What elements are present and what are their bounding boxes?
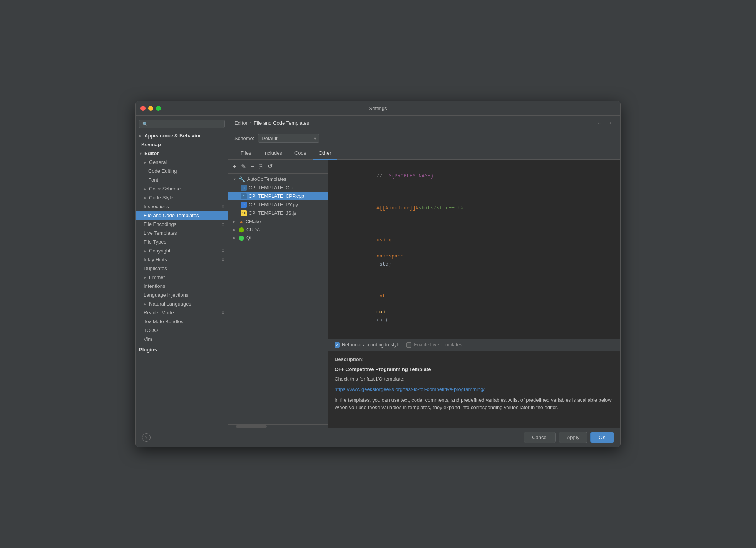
sidebar-item-copyright[interactable]: ▶ Copyright ⚙: [136, 246, 228, 255]
live-templates-checkbox-item[interactable]: Enable Live Templates: [406, 342, 462, 348]
code-int: int: [376, 293, 385, 299]
sidebar-item-code-editing[interactable]: Code Editing: [136, 167, 228, 175]
tree-item-cp-c[interactable]: C CP_TEMPLATE_C.c: [228, 184, 328, 192]
sidebar-item-vim[interactable]: Vim: [136, 335, 228, 344]
code-line-7: int main () {: [328, 284, 620, 332]
sidebar-item-inspections[interactable]: Inspections ⚙: [136, 202, 228, 211]
search-icon: 🔍: [142, 122, 148, 127]
cancel-button[interactable]: Cancel: [524, 432, 555, 443]
tree-scrollbar-thumb: [236, 425, 267, 428]
close-button[interactable]: [140, 106, 146, 111]
tab-other[interactable]: Other: [313, 147, 338, 160]
sidebar-item-file-code-templates[interactable]: File and Code Templates: [136, 211, 228, 220]
add-template-button[interactable]: +: [231, 162, 238, 171]
cuda-group-label: CUDA: [246, 227, 260, 232]
settings-icon-inspections: ⚙: [221, 204, 225, 209]
tab-includes[interactable]: Includes: [257, 147, 288, 160]
tree-group-cmake[interactable]: ▶ ▲ CMake: [228, 217, 328, 226]
scheme-select-wrapper: Default Project: [258, 134, 319, 143]
edit-template-button[interactable]: ✎: [239, 162, 248, 171]
traffic-lights: [140, 106, 161, 111]
sidebar-item-file-types[interactable]: File Types: [136, 237, 228, 246]
settings-icon-inlay: ⚙: [221, 257, 225, 262]
tab-code[interactable]: Code: [288, 147, 313, 160]
sidebar-item-font[interactable]: Font: [136, 175, 228, 184]
chevron-right-icon-general: ▶: [144, 160, 147, 164]
sidebar-item-keymap[interactable]: Keymap: [136, 140, 228, 149]
code-space1: [376, 245, 380, 251]
sidebar-item-todo[interactable]: TODO: [136, 326, 228, 335]
tab-files[interactable]: Files: [234, 147, 257, 160]
code-comment: //: [376, 173, 388, 179]
chevron-right-cmake: ▶: [233, 220, 237, 224]
sidebar-item-code-style[interactable]: ▶ Code Style: [136, 193, 228, 202]
apply-button[interactable]: Apply: [559, 432, 588, 443]
code-line-3: #[[#include]]#<bits/stdc++.h>: [328, 196, 620, 220]
description-area: Description: C++ Competitive Programming…: [328, 351, 620, 428]
sidebar-item-inlay-hints[interactable]: Inlay Hints ⚙: [136, 255, 228, 264]
scheme-select[interactable]: Default Project: [258, 134, 319, 143]
chevron-right-icon-emmet: ▶: [144, 276, 147, 279]
code-editor-panel: // ${PROBLEM_NAME} #[[#include]]#<bits/s…: [328, 160, 620, 428]
sidebar-item-general[interactable]: ▶ General: [136, 158, 228, 167]
sidebar-item-emmet[interactable]: ▶ Emmet: [136, 273, 228, 282]
tree-item-cp-js[interactable]: JS CP_TEMPLATE_JS.js: [228, 209, 328, 217]
dialog-footer: ? Cancel Apply OK: [136, 428, 620, 447]
code-line-1: // ${PROBLEM_NAME}: [328, 164, 620, 188]
ok-button[interactable]: OK: [590, 432, 614, 443]
sidebar-item-color-scheme[interactable]: ▶ Color Scheme: [136, 184, 228, 193]
sidebar-item-textmate[interactable]: TextMate Bundles: [136, 317, 228, 326]
code-std: std;: [376, 261, 391, 267]
code-line-4: [328, 221, 620, 229]
cuda-group-icon: ⬤: [239, 227, 244, 232]
tree-item-cp-cpp[interactable]: C CP_TEMPLATE_CPP.cpp: [228, 192, 328, 200]
live-templates-checkbox[interactable]: [406, 342, 411, 348]
tree-horizontal-scrollbar: [228, 424, 328, 428]
description-title: C++ Competitive Programming Template: [335, 366, 614, 372]
tree-content: ▼ 🔧 AutoCp Templates C CP_TEMPLATE_C.c C: [228, 174, 328, 424]
sidebar-item-live-templates[interactable]: Live Templates: [136, 229, 228, 237]
settings-icon-lang-inject: ⚙: [221, 293, 225, 297]
dialog-body: 🔍 ▶ Appearance & Behavior Keymap ▼ Edito…: [136, 116, 620, 428]
tree-item-cp-js-label: CP_TEMPLATE_JS.js: [249, 211, 296, 216]
nav-back-button[interactable]: ←: [595, 119, 604, 127]
tree-group-qt[interactable]: ▶ ⬤ Qt: [228, 234, 328, 242]
reformat-checkbox-item[interactable]: ✓ Reformat according to style: [335, 342, 400, 348]
title-bar: Settings: [136, 101, 620, 116]
sidebar-item-plugins[interactable]: Plugins: [136, 345, 228, 354]
search-input[interactable]: [150, 121, 221, 127]
nav-arrows: ← →: [595, 119, 614, 127]
sidebar: 🔍 ▶ Appearance & Behavior Keymap ▼ Edito…: [136, 116, 228, 428]
tabs-bar: Files Includes Code Other: [228, 147, 620, 160]
chevron-right-icon: ▶: [139, 134, 143, 138]
reset-template-button[interactable]: ↺: [266, 162, 274, 171]
sidebar-item-file-encodings[interactable]: File Encodings ⚙: [136, 220, 228, 229]
description-link[interactable]: https://www.geeksforgeeks.org/fast-io-fo…: [335, 386, 485, 392]
copy-template-button[interactable]: ⎘: [258, 162, 264, 171]
sidebar-item-language-injections[interactable]: Language Injections ⚙: [136, 291, 228, 299]
scheme-label: Scheme:: [234, 135, 254, 141]
minimize-button[interactable]: [148, 106, 153, 111]
remove-template-button[interactable]: −: [249, 162, 256, 171]
tree-group-autocp[interactable]: ▼ 🔧 AutoCp Templates: [228, 175, 328, 184]
tree-group-cuda[interactable]: ▶ ⬤ CUDA: [228, 226, 328, 234]
chevron-down-icon: ▼: [139, 152, 143, 155]
content-area: + ✎ − ⎘ ↺ ▼ 🔧 AutoCp Templates: [228, 160, 620, 428]
nav-forward-button[interactable]: →: [605, 119, 614, 127]
chevron-right-icon-copyright: ▶: [144, 249, 147, 253]
tree-item-cp-py[interactable]: P CP_TEMPLATE_PY.py: [228, 200, 328, 209]
reformat-checkbox[interactable]: ✓: [335, 342, 340, 348]
sidebar-item-editor[interactable]: ▼ Editor: [136, 149, 228, 158]
code-view[interactable]: // ${PROBLEM_NAME} #[[#include]]#<bits/s…: [328, 160, 620, 339]
sidebar-item-duplicates[interactable]: Duplicates: [136, 264, 228, 273]
dialog-title: Settings: [369, 105, 387, 111]
sidebar-item-intentions[interactable]: Intentions: [136, 282, 228, 291]
sidebar-item-natural-languages[interactable]: ▶ Natural Languages: [136, 299, 228, 308]
sidebar-item-appearance[interactable]: ▶ Appearance & Behavior: [136, 131, 228, 140]
maximize-button[interactable]: [156, 106, 161, 111]
chevron-right-icon-natural: ▶: [144, 302, 147, 306]
description-body1: Check this for fast I/O template:: [335, 375, 614, 383]
help-button[interactable]: ?: [142, 433, 151, 442]
sidebar-item-reader-mode[interactable]: Reader Mode ⚙: [136, 308, 228, 317]
search-box[interactable]: 🔍: [139, 120, 225, 128]
